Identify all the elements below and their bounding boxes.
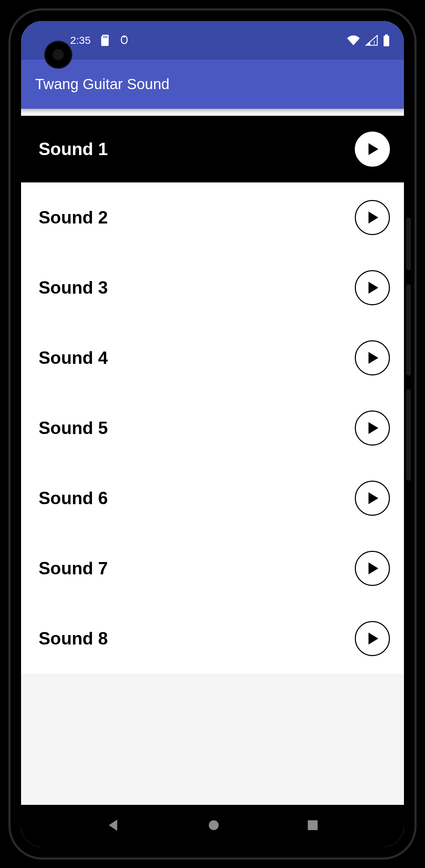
svg-rect-1	[384, 36, 389, 46]
sound-row[interactable]: Sound 3	[21, 253, 404, 323]
phone-side-button	[406, 218, 411, 270]
sound-label: Sound 7	[39, 558, 108, 579]
sound-row[interactable]: Sound 2	[21, 182, 404, 253]
sound-label: Sound 2	[39, 207, 108, 228]
sound-row[interactable]: Sound 5	[21, 393, 404, 463]
play-icon	[364, 350, 380, 366]
sound-label: Sound 6	[39, 488, 108, 508]
play-button[interactable]	[355, 481, 390, 516]
status-time: 2:35	[70, 34, 91, 46]
front-camera	[46, 42, 71, 67]
sound-label: Sound 1	[39, 139, 108, 159]
sound-label: Sound 5	[39, 418, 108, 438]
svg-point-3	[209, 820, 219, 830]
phone-side-button	[406, 389, 411, 481]
play-icon	[364, 280, 380, 296]
nav-back-button[interactable]	[107, 818, 121, 834]
battery-icon	[383, 34, 390, 46]
svg-rect-2	[385, 34, 388, 36]
status-bar-right: !	[346, 34, 390, 46]
play-button[interactable]	[355, 410, 390, 446]
play-button[interactable]	[355, 551, 390, 586]
play-icon	[364, 141, 380, 157]
play-icon	[364, 209, 380, 226]
sound-row[interactable]: Sound 6	[21, 463, 404, 533]
phone-screen: 2:35 ! Twang	[21, 21, 404, 847]
svg-text:!: !	[373, 39, 375, 45]
sound-row[interactable]: Sound 7	[21, 533, 404, 603]
sound-row[interactable]: Sound 8	[21, 603, 404, 674]
sound-list: Sound 1Sound 2Sound 3Sound 4Sound 5Sound…	[21, 116, 404, 674]
signal-icon: !	[365, 35, 378, 46]
status-bar: 2:35 !	[21, 21, 404, 60]
play-icon	[364, 630, 380, 647]
play-icon	[364, 420, 380, 436]
nav-recent-button[interactable]	[307, 820, 318, 832]
sound-label: Sound 8	[39, 628, 108, 649]
play-button[interactable]	[355, 621, 390, 656]
sound-row[interactable]: Sound 1	[21, 116, 404, 182]
app-bar: Twang Guitar Sound	[21, 60, 404, 109]
content-area[interactable]: Sound 1Sound 2Sound 3Sound 4Sound 5Sound…	[21, 109, 404, 805]
android-nav-bar	[21, 805, 404, 847]
status-bar-left: 2:35	[70, 34, 129, 46]
play-button[interactable]	[355, 270, 390, 305]
phone-side-button	[406, 284, 411, 375]
play-icon	[364, 490, 380, 506]
sync-icon	[119, 35, 129, 46]
sound-row[interactable]: Sound 4	[21, 323, 404, 393]
sound-label: Sound 3	[39, 278, 108, 298]
play-button[interactable]	[355, 132, 390, 167]
play-button[interactable]	[355, 200, 390, 235]
sound-label: Sound 4	[39, 348, 108, 368]
nav-home-button[interactable]	[207, 819, 220, 833]
sd-card-icon	[100, 35, 109, 46]
play-button[interactable]	[355, 340, 390, 375]
svg-rect-4	[308, 820, 318, 830]
wifi-icon	[346, 35, 360, 46]
play-icon	[364, 560, 380, 576]
phone-frame: 2:35 ! Twang	[11, 11, 414, 857]
app-title: Twang Guitar Sound	[35, 76, 170, 93]
